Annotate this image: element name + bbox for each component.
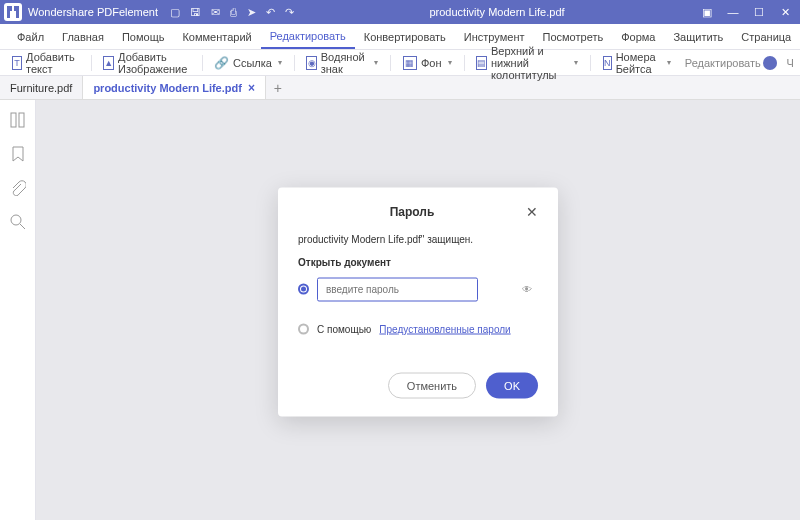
svg-rect-0 (11, 113, 16, 127)
tab-close-icon[interactable]: × (248, 81, 255, 95)
save-icon[interactable]: 🖫 (190, 6, 201, 19)
cancel-button[interactable]: Отменить (388, 372, 476, 398)
minimize-icon[interactable]: ― (726, 6, 740, 18)
chevron-down-icon: ▾ (278, 58, 282, 67)
preset-passwords-link[interactable]: Предустановленные пароли (379, 323, 510, 334)
tab-furniture[interactable]: Furniture.pdf (0, 76, 83, 99)
menu-edit[interactable]: Редактировать (261, 24, 355, 49)
app-name: Wondershare PDFelement (28, 6, 158, 18)
undo-icon[interactable]: ↶ (266, 6, 275, 19)
image-icon: ▲ (103, 56, 114, 70)
menu-home[interactable]: Главная (53, 24, 113, 49)
link-icon: 🔗 (215, 56, 229, 70)
menu-protect[interactable]: Защитить (664, 24, 732, 49)
window-tile-icon[interactable]: ▣ (700, 6, 714, 19)
print-icon[interactable]: ⎙ (230, 6, 237, 19)
maximize-icon[interactable]: ☐ (752, 6, 766, 19)
svg-point-2 (11, 215, 21, 225)
chevron-down-icon: ▾ (374, 58, 378, 67)
password-dialog: Пароль ✕ productivity Modern Life.pdf" з… (278, 187, 558, 416)
add-text-button[interactable]: TДобавить текст (6, 53, 85, 73)
menu-file[interactable]: Файл (8, 24, 53, 49)
redo-icon[interactable]: ↷ (285, 6, 294, 19)
bates-button[interactable]: NНомера Бейтса▾ (597, 53, 677, 73)
radio-password[interactable] (298, 284, 309, 295)
edit-mode-toggle[interactable] (765, 58, 777, 68)
bates-icon: N (603, 56, 612, 70)
svg-rect-1 (19, 113, 24, 127)
mail-icon[interactable]: ✉ (211, 6, 220, 19)
password-input[interactable] (317, 277, 478, 301)
titlebar-quick-icons: ▢ 🖫 ✉ ⎙ ➤ ↶ ↷ (170, 6, 294, 19)
background-icon: ▦ (403, 56, 417, 70)
watermark-button[interactable]: ◉Водяной знак▾ (300, 53, 384, 73)
menu-help[interactable]: Помощь (113, 24, 174, 49)
more-label: Ч (787, 57, 794, 69)
search-icon[interactable] (10, 214, 26, 230)
dialog-title: Пароль (298, 204, 526, 218)
app-logo (4, 3, 22, 21)
menu-page[interactable]: Страница (732, 24, 800, 49)
cursor-icon[interactable]: ➤ (247, 6, 256, 19)
help-label: С помощью (317, 323, 371, 334)
folder-icon[interactable]: ▢ (170, 6, 180, 19)
add-image-button[interactable]: ▲Добавить Изображение (97, 53, 196, 73)
document-canvas: Пароль ✕ productivity Modern Life.pdf" з… (36, 100, 800, 520)
menu-convert[interactable]: Конвертировать (355, 24, 455, 49)
tab-productivity[interactable]: productivity Modern Life.pdf× (83, 76, 266, 99)
menu-form[interactable]: Форма (612, 24, 664, 49)
chevron-down-icon: ▾ (574, 58, 578, 67)
ok-button[interactable]: OK (486, 372, 538, 398)
svg-line-3 (20, 224, 25, 229)
close-icon[interactable]: ✕ (778, 6, 792, 19)
chevron-down-icon: ▾ (448, 58, 452, 67)
background-button[interactable]: ▦Фон▾ (397, 53, 458, 73)
dialog-subtitle: Открыть документ (298, 256, 538, 267)
dialog-message: productivity Modern Life.pdf" защищен. (298, 233, 538, 244)
chevron-down-icon: ▾ (667, 58, 671, 67)
headerfooter-icon: ▤ (476, 56, 487, 70)
radio-preset[interactable] (298, 323, 309, 334)
eye-icon[interactable]: 👁 (522, 284, 532, 295)
menu-comment[interactable]: Комментарий (173, 24, 260, 49)
text-icon: T (12, 56, 22, 70)
bookmark-icon[interactable] (10, 146, 26, 162)
edit-mode-label: Редактировать (685, 57, 761, 69)
watermark-icon: ◉ (306, 56, 316, 70)
link-button[interactable]: 🔗Ссылка▾ (209, 53, 288, 73)
document-title: productivity Modern Life.pdf (294, 6, 700, 18)
thumbnails-icon[interactable] (10, 112, 26, 128)
attachment-icon[interactable] (10, 180, 26, 196)
add-tab-button[interactable]: + (266, 80, 290, 96)
dialog-close-icon[interactable]: ✕ (526, 203, 538, 219)
header-footer-button[interactable]: ▤Верхний и нижний колонтитулы▾ (470, 53, 584, 73)
